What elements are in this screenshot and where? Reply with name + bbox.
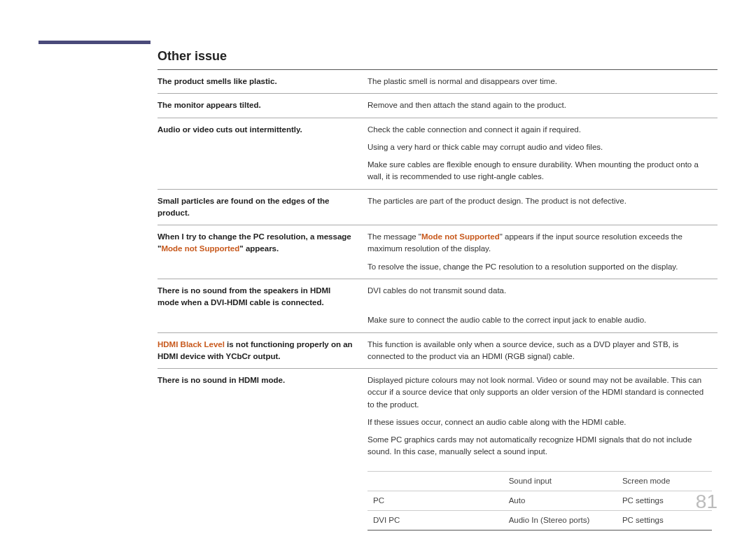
table-row: DVI PCAudio In (Stereo ports)PC settings [368, 511, 712, 531]
table-row: To resolve the issue, change the PC reso… [158, 261, 718, 279]
issue-description: To resolve the issue, change the PC reso… [368, 261, 718, 279]
table-row: There is no sound in HDMI mode.Displayed… [158, 369, 718, 416]
page-number: 81 [696, 491, 718, 513]
issue-description: The message "Mode not Supported" appears… [368, 225, 718, 261]
table-row: PCAutoPC settings [368, 491, 712, 510]
issue-description: Check the cable connection and connect i… [368, 118, 718, 141]
issue-label: The monitor appears tilted. [158, 94, 368, 118]
issue-description: The particles are part of the product de… [368, 189, 718, 225]
table-row: Make sure cables are flexible enough to … [158, 159, 718, 189]
issue-label [158, 314, 368, 332]
table-row: Using a very hard or thick cable may cor… [158, 141, 718, 159]
issue-label: Audio or video cuts out intermittently. [158, 118, 368, 141]
table-row: Small particles are found on the edges o… [158, 189, 718, 225]
table-row: If these issues occur, connect an audio … [158, 416, 718, 434]
issue-description: The plastic smell is normal and disappea… [368, 70, 718, 94]
table-row: Some PC graphics cards may not automatic… [158, 434, 718, 464]
issue-label [158, 434, 368, 464]
issue-label [158, 416, 368, 434]
inner-cell: Auto [503, 491, 617, 510]
table-row: Sound inputScreen modePCAutoPC settingsD… [158, 464, 718, 535]
issue-description: Make sure cables are flexible enough to … [368, 159, 718, 189]
issue-label [158, 261, 368, 279]
inner-header-cell: Screen mode [617, 471, 712, 491]
issue-label [158, 141, 368, 159]
issue-description: DVI cables do not transmit sound data. [368, 279, 718, 314]
highlight-text: Mode not Supported [161, 244, 239, 253]
issue-label: The product smells like plastic. [158, 70, 368, 94]
inner-header-cell: Sound input [503, 471, 617, 491]
sound-input-table: Sound inputScreen modePCAutoPC settingsD… [368, 471, 712, 531]
issue-description: Using a very hard or thick cable may cor… [368, 141, 718, 159]
issue-label: When I try to change the PC resolution, … [158, 225, 368, 261]
table-row: Audio or video cuts out intermittently.C… [158, 118, 718, 141]
inner-cell: PC settings [617, 511, 712, 531]
issue-description: This function is available only when a s… [368, 332, 718, 369]
inner-header-cell [368, 471, 503, 491]
issue-description: Displayed picture colours may not look n… [368, 369, 718, 416]
issue-description: Some PC graphics cards may not automatic… [368, 434, 718, 464]
table-row: Make sure to connect the audio cable to … [158, 314, 718, 332]
table-row: The product smells like plastic.The plas… [158, 70, 718, 94]
issues-table: The product smells like plastic.The plas… [158, 69, 718, 534]
issue-label: Small particles are found on the edges o… [158, 189, 368, 225]
issue-label: HDMI Black Level is not functioning prop… [158, 332, 368, 369]
highlight-text: Mode not Supported [421, 232, 500, 241]
inner-cell: DVI PC [368, 511, 503, 531]
highlight-text: HDMI Black Level [158, 340, 225, 349]
table-row: The monitor appears tilted.Remove and th… [158, 94, 718, 118]
table-row: Sound inputScreen mode [368, 471, 712, 491]
table-row: HDMI Black Level is not functioning prop… [158, 332, 718, 369]
issue-label: There is no sound from the speakers in H… [158, 279, 368, 314]
issue-label [158, 159, 368, 189]
issue-label: There is no sound in HDMI mode. [158, 369, 368, 416]
table-row: When I try to change the PC resolution, … [158, 225, 718, 261]
top-accent-bar [38, 41, 150, 44]
inner-cell: PC [368, 491, 503, 510]
content-area: Other issue The product smells like plas… [158, 49, 718, 534]
inner-cell: Audio In (Stereo ports) [503, 511, 617, 531]
issue-description: If these issues occur, connect an audio … [368, 416, 718, 434]
manual-page: Other issue The product smells like plas… [0, 0, 756, 534]
issue-description: Remove and then attach the stand again t… [368, 94, 718, 118]
issue-description: Sound inputScreen modePCAutoPC settingsD… [368, 464, 718, 535]
section-title: Other issue [158, 49, 718, 64]
issue-label [158, 464, 368, 535]
table-row: There is no sound from the speakers in H… [158, 279, 718, 314]
issue-description: Make sure to connect the audio cable to … [368, 314, 718, 332]
